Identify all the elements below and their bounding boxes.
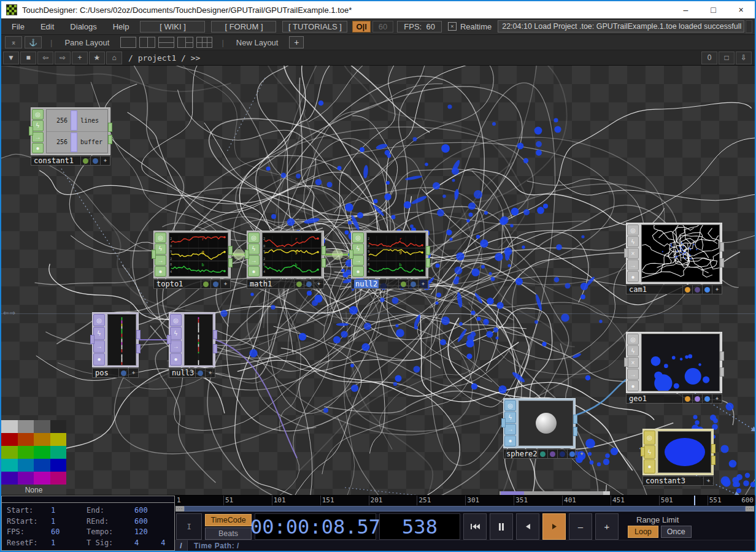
node-geo1[interactable]: ◎ϟ×→●geo1✦: [626, 332, 722, 404]
flag-dot-icon[interactable]: [294, 280, 304, 288]
node-name-bar[interactable]: null2✦: [351, 279, 428, 289]
pane-layout-single-icon[interactable]: [120, 37, 136, 48]
viewer-icon[interactable]: ◎: [248, 232, 260, 243]
palette-swatch[interactable]: [34, 446, 50, 459]
bypass-icon[interactable]: ϟ: [644, 445, 655, 459]
bookmark-icon[interactable]: ★: [89, 52, 105, 64]
pane-layout-split-h-icon[interactable]: [158, 37, 174, 48]
node-pos[interactable]: ◎ϟ→●pos✦: [92, 312, 139, 378]
output-connector[interactable]: [573, 415, 577, 424]
time-path-root-button[interactable]: /: [175, 540, 188, 551]
node-body[interactable]: ◎ϟ→●: [169, 312, 215, 367]
timeline-field-value[interactable]: 600: [134, 506, 169, 515]
input-connector[interactable]: [29, 126, 33, 136]
node-name-bar[interactable]: topto1✦: [153, 279, 231, 289]
node-name-bar[interactable]: geo1✦: [626, 394, 722, 404]
timeline-field-value[interactable]: 120: [134, 527, 169, 536]
output-connector[interactable]: [426, 258, 430, 267]
output-connector[interactable]: [136, 330, 141, 339]
rewind-to-start-button[interactable]: [463, 513, 487, 540]
node-sphere2[interactable]: ◎ϟ→●sphere2✦: [503, 398, 576, 459]
node-cam1[interactable]: ◎ϟ×→●cam1✦: [626, 223, 722, 294]
playhead[interactable]: [694, 496, 695, 505]
minimize-button[interactable]: –: [672, 1, 700, 18]
bypass-icon[interactable]: ϟ: [627, 345, 639, 356]
menu-help[interactable]: Help: [105, 21, 137, 33]
top-viewer[interactable]: [107, 314, 136, 366]
bomb-icon[interactable]: ●: [170, 353, 182, 366]
flag-dot-icon[interactable]: [567, 450, 577, 458]
maximize-pane-icon[interactable]: ⌅: [5, 36, 22, 48]
flag-dot-icon[interactable]: [538, 450, 547, 458]
output-connector[interactable]: [720, 367, 724, 377]
arrow-icon[interactable]: →: [352, 255, 364, 266]
dropdown-icon[interactable]: ▼: [3, 52, 19, 64]
output-connector[interactable]: [228, 258, 233, 267]
bypass-icon[interactable]: ϟ: [93, 327, 105, 339]
realtime-checkbox-icon[interactable]: ×: [448, 22, 457, 31]
viewer-icon[interactable]: ◎: [504, 400, 516, 411]
input-connector[interactable]: [624, 248, 628, 258]
play-forward-button[interactable]: [542, 513, 566, 540]
palette-swatch[interactable]: [50, 459, 67, 472]
palette-swatch[interactable]: [1, 420, 18, 433]
arrow-icon[interactable]: →: [32, 132, 44, 142]
palette-swatch[interactable]: [18, 459, 34, 472]
input-connector[interactable]: [624, 358, 628, 367]
range-fill[interactable]: [184, 506, 746, 512]
menu-edit[interactable]: Edit: [33, 21, 62, 33]
flag-add-icon[interactable]: ✦: [712, 285, 722, 294]
mat-viewer[interactable]: [658, 431, 711, 473]
pause-button[interactable]: [490, 513, 513, 540]
arrow-icon[interactable]: →: [155, 255, 166, 266]
flag-dot-icon[interactable]: [692, 285, 702, 294]
bomb-icon[interactable]: ●: [627, 380, 639, 391]
oi-toggle-button[interactable]: O|I: [352, 21, 370, 33]
flag-dot-icon[interactable]: [201, 280, 210, 288]
input-connector[interactable]: [641, 447, 645, 456]
flag-add-icon[interactable]: ✦: [128, 369, 138, 377]
close-icon[interactable]: ×: [627, 248, 639, 259]
node-body[interactable]: ◎ϟ→●r20g92b84: [247, 231, 324, 278]
link-button-wiki[interactable]: [ WIKI ]: [140, 21, 205, 33]
palette-swatch[interactable]: [50, 446, 67, 459]
palette-swatch[interactable]: [50, 420, 67, 433]
flag-dot-icon[interactable]: [398, 280, 408, 288]
input-connector[interactable]: [167, 335, 171, 344]
new-layout-add-button[interactable]: +: [289, 36, 304, 48]
flag-dot-icon[interactable]: [702, 285, 712, 294]
sop-viewer[interactable]: [519, 401, 573, 446]
output-connector[interactable]: [720, 351, 724, 361]
palette-swatch[interactable]: [18, 446, 34, 459]
node-body[interactable]: ◎ϟ→●256lines256buffer: [31, 107, 110, 155]
palette-swatch[interactable]: [34, 420, 50, 433]
bomb-icon[interactable]: ●: [504, 435, 516, 447]
play-reverse-button[interactable]: [516, 513, 539, 540]
input-connector[interactable]: [501, 418, 506, 427]
realtime-toggle[interactable]: × Realtime: [448, 22, 492, 31]
output-connector[interactable]: [573, 427, 577, 436]
breadcrumb[interactable]: / project1 / >>: [128, 53, 701, 63]
pane-index-button[interactable]: 0: [701, 52, 717, 64]
pane-tree-icon[interactable]: ⚓: [25, 36, 42, 48]
viewer-icon[interactable]: ◎: [155, 232, 166, 243]
output-connector[interactable]: [322, 258, 326, 267]
chop-waveform-viewer[interactable]: r20g92b84: [366, 232, 426, 277]
link-button-tutorials[interactable]: [ TUTORIALS ]: [282, 21, 347, 33]
close-icon[interactable]: ×: [627, 357, 639, 368]
output-connector[interactable]: [108, 135, 112, 144]
flag-add-icon[interactable]: ✦: [220, 280, 230, 288]
output-connector[interactable]: [322, 246, 326, 255]
flag-dot-icon[interactable]: [408, 280, 418, 288]
output-connector[interactable]: [108, 123, 112, 132]
palette-swatch[interactable]: [34, 472, 50, 485]
pane-layout-quad-icon[interactable]: [196, 37, 212, 48]
palette-swatch[interactable]: [18, 433, 34, 446]
bypass-icon[interactable]: ϟ: [170, 327, 182, 339]
node-name-bar[interactable]: sphere2✦: [503, 449, 576, 459]
node-body[interactable]: ◎ϟ→●r20g92b84: [153, 231, 231, 278]
flag-dot-icon[interactable]: [682, 285, 692, 294]
range-handle-right[interactable]: ···: [746, 506, 754, 512]
flag-dot-icon[interactable]: [702, 394, 712, 403]
scrollbar-selection[interactable]: [501, 491, 524, 495]
